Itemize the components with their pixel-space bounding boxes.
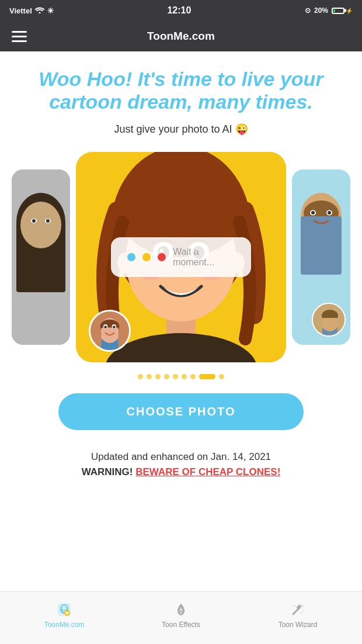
svg-point-52 [65, 612, 67, 614]
status-bar: Viettel ✳ 12:10 ⊙ 20% ⚡ [0, 0, 362, 21]
thumbnail-photo [90, 310, 129, 352]
charging-icon: ⚡ [346, 8, 353, 14]
tab-toonme[interactable]: ToonMe.com [6, 601, 123, 629]
carousel-card-main: Wait a moment... [76, 152, 286, 362]
tab-bar: ToonMe.com Toon Effects T [0, 591, 362, 644]
carousel-dots [138, 374, 224, 379]
svg-point-50 [65, 607, 67, 608]
svg-point-58 [294, 605, 295, 607]
svg-point-39 [328, 211, 331, 214]
hamburger-menu[interactable] [12, 31, 27, 42]
dot-9 [219, 374, 224, 379]
main-content: Woo Hoo! It's time to live your cartoon … [0, 51, 362, 591]
hero-subtitle: Just give your photo to AI 😜 [114, 123, 248, 136]
status-left: Viettel ✳ [9, 6, 54, 15]
carrier-name: Viettel [9, 6, 32, 15]
svg-point-57 [301, 605, 304, 607]
dot-3 [155, 374, 161, 379]
tab-toonme-label: ToonMe.com [44, 621, 85, 629]
dot-yellow [142, 253, 151, 261]
svg-point-54 [180, 611, 183, 614]
hero-headline: Woo Hoo! It's time to live your cartoon … [12, 68, 350, 113]
svg-point-6 [32, 219, 36, 223]
carousel-card-left [12, 169, 70, 345]
dot-1 [138, 374, 143, 379]
svg-point-38 [311, 211, 315, 214]
screen-record-icon: ⊙ [305, 6, 311, 15]
update-section: Updated and enhanced on Jan. 14, 2021 WA… [82, 451, 281, 478]
battery-icon: ⚡ [332, 8, 353, 14]
svg-point-3 [20, 202, 61, 248]
tab-wizard-label: Toon Wizard [279, 621, 318, 629]
tab-wizard[interactable]: Toon Wizard [239, 601, 356, 629]
svg-line-55 [293, 607, 300, 614]
dot-5 [173, 374, 178, 379]
dot-red [158, 253, 166, 261]
loading-text: Wait a moment... [173, 247, 235, 268]
nav-bar: ToonMe.com [0, 21, 362, 51]
carousel-card-right [292, 169, 350, 345]
nav-title: ToonMe.com [27, 30, 335, 43]
svg-rect-35 [301, 216, 342, 275]
status-right: ⊙ 20% ⚡ [305, 6, 353, 15]
svg-point-7 [46, 219, 50, 223]
toonme-icon [56, 601, 72, 618]
dot-6 [182, 374, 187, 379]
carousel: Wait a moment... [12, 152, 350, 362]
activity-icon: ✳ [47, 6, 54, 15]
svg-point-60 [303, 610, 304, 611]
svg-point-30 [104, 326, 107, 328]
svg-point-49 [62, 607, 63, 608]
svg-point-31 [113, 326, 116, 328]
svg-point-59 [301, 612, 302, 614]
choose-photo-button[interactable]: CHOOSE PHOTO [58, 393, 304, 430]
wifi-icon [35, 6, 44, 15]
left-card-illustration [12, 169, 70, 345]
warning-line: WARNING! BEWARE OF CHEAP CLONES! [82, 466, 281, 478]
source-photo-thumbnail [89, 310, 131, 352]
dot-7 [190, 374, 196, 379]
dot-4 [164, 374, 169, 379]
battery-pct: 20% [314, 6, 328, 15]
warning-prefix: WARNING! [82, 466, 136, 477]
loading-bar: Wait a moment... [111, 237, 251, 277]
dot-blue [127, 253, 135, 261]
update-text: Updated and enhanced on Jan. 14, 2021 [82, 451, 281, 463]
tab-effects[interactable]: Toon Effects [123, 601, 239, 629]
status-time: 12:10 [167, 5, 191, 16]
svg-point-53 [67, 612, 69, 614]
effects-icon [173, 601, 189, 618]
svg-point-51 [64, 610, 70, 616]
tab-effects-label: Toon Effects [162, 621, 200, 629]
wizard-icon [290, 601, 306, 618]
clone-warning-link[interactable]: BEWARE OF CHEAP CLONES! [135, 466, 280, 477]
dot-8-active [199, 374, 215, 379]
dot-2 [147, 374, 152, 379]
right-card-thumbnail [312, 303, 346, 337]
